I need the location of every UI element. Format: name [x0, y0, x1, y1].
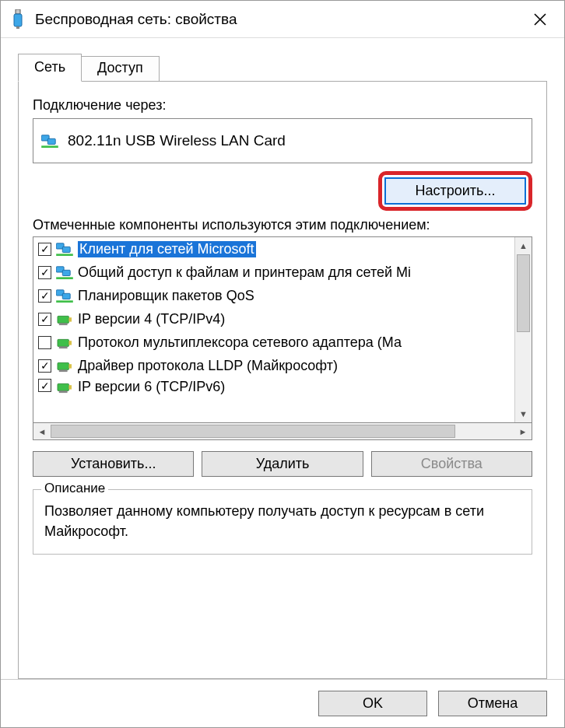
component-label: Общий доступ к файлам и принтерам для се… — [78, 264, 411, 281]
scroll-down-arrow[interactable]: ▼ — [515, 405, 532, 422]
svg-rect-25 — [68, 385, 72, 389]
description-legend: Описание — [41, 481, 108, 496]
uninstall-button[interactable]: Удалить — [202, 451, 363, 477]
hscroll-thumb[interactable] — [51, 425, 455, 438]
configure-row: Настроить... — [33, 171, 532, 211]
service-icon — [56, 288, 73, 303]
component-label: Протокол мультиплексора сетевого адаптер… — [78, 334, 402, 351]
horizontal-scrollbar[interactable]: ◄ ► — [33, 423, 532, 440]
description-group: Описание Позволяет данному компьютеру по… — [33, 489, 532, 555]
svg-rect-1 — [14, 14, 22, 26]
list-item[interactable]: Планировщик пакетов QoS — [33, 284, 514, 307]
svg-rect-4 — [47, 138, 55, 144]
connect-using-label: Подключение через: — [33, 97, 532, 114]
tab-label: Сеть — [34, 59, 65, 75]
protocol-icon — [56, 311, 73, 327]
svg-rect-5 — [41, 145, 58, 148]
component-label: IP версии 4 (TCP/IPv4) — [78, 311, 225, 327]
list-item[interactable]: Протокол мультиплексора сетевого адаптер… — [33, 331, 514, 354]
components-listbox[interactable]: Клиент для сетей MicrosoftОбщий доступ к… — [33, 237, 514, 422]
component-label: Планировщик пакетов QoS — [78, 288, 254, 304]
component-checkbox[interactable] — [38, 243, 51, 256]
scroll-up-arrow[interactable]: ▲ — [515, 237, 532, 254]
component-checkbox[interactable] — [38, 313, 51, 326]
svg-rect-14 — [56, 300, 73, 303]
component-label: Клиент для сетей Microsoft — [78, 241, 256, 257]
dialog-footer: OK Отмена — [1, 679, 564, 727]
tab-network[interactable]: Сеть — [18, 54, 82, 82]
component-label: IP версии 6 (TCP/IPv6) — [78, 379, 225, 394]
ok-button[interactable]: OK — [318, 691, 427, 716]
list-item[interactable]: Драйвер протокола LLDP (Майкрософт) — [33, 354, 514, 377]
svg-rect-10 — [62, 270, 70, 275]
configure-button[interactable]: Настроить... — [384, 177, 526, 205]
component-checkbox[interactable] — [38, 359, 51, 373]
svg-rect-2 — [16, 26, 19, 29]
svg-rect-16 — [68, 317, 72, 321]
service-icon — [56, 241, 73, 257]
component-checkbox[interactable] — [38, 379, 51, 392]
svg-rect-21 — [58, 362, 68, 369]
hscroll-track[interactable] — [51, 423, 514, 439]
component-button-row: Установить... Удалить Свойства — [33, 451, 532, 477]
list-item[interactable]: IP версии 6 (TCP/IPv6) — [33, 377, 514, 394]
component-checkbox[interactable] — [38, 336, 51, 349]
protocol-icon — [56, 334, 73, 350]
list-item[interactable]: Общий доступ к файлам и принтерам для се… — [33, 261, 514, 284]
svg-rect-8 — [56, 254, 73, 256]
tab-label: Доступ — [97, 60, 143, 75]
svg-rect-22 — [68, 364, 72, 368]
service-icon — [56, 264, 73, 280]
component-label: Драйвер протокола LLDP (Майкрософт) — [78, 358, 338, 374]
list-item[interactable]: IP версии 4 (TCP/IPv4) — [33, 307, 514, 331]
protocol-icon — [56, 358, 73, 373]
scroll-left-arrow[interactable]: ◄ — [33, 423, 51, 439]
properties-button: Свойства — [371, 451, 532, 477]
svg-rect-11 — [56, 277, 73, 279]
titlebar: Беспроводная сеть: свойства — [1, 1, 564, 38]
properties-dialog: Беспроводная сеть: свойства Сеть Доступ … — [0, 0, 565, 728]
components-list-container: Клиент для сетей MicrosoftОбщий доступ к… — [33, 236, 532, 423]
close-button[interactable] — [522, 2, 558, 37]
protocol-icon — [56, 379, 73, 394]
tab-panel-network: Подключение через: 802.11n USB Wireless … — [18, 81, 547, 679]
svg-rect-7 — [62, 247, 70, 252]
install-button[interactable]: Установить... — [33, 451, 194, 477]
svg-rect-24 — [58, 383, 68, 390]
usb-adapter-icon — [10, 9, 26, 30]
svg-rect-15 — [58, 316, 68, 323]
scroll-right-arrow[interactable]: ► — [514, 423, 532, 439]
svg-rect-18 — [58, 339, 68, 346]
svg-rect-23 — [59, 369, 68, 372]
configure-highlight: Настроить... — [378, 171, 532, 211]
component-checkbox[interactable] — [38, 289, 51, 303]
svg-rect-26 — [59, 390, 68, 393]
scroll-track[interactable] — [515, 254, 532, 405]
tab-strip: Сеть Доступ — [18, 54, 547, 82]
component-checkbox[interactable] — [38, 266, 51, 279]
svg-rect-0 — [16, 9, 20, 14]
scroll-thumb[interactable] — [517, 254, 530, 332]
window-title: Беспроводная сеть: свойства — [35, 11, 522, 28]
svg-rect-19 — [68, 341, 72, 345]
svg-rect-13 — [62, 293, 70, 299]
svg-rect-17 — [59, 323, 68, 325]
network-adapter-icon — [41, 134, 58, 148]
svg-rect-20 — [59, 346, 68, 348]
client-area: Сеть Доступ Подключение через: 802.11n U… — [1, 38, 564, 679]
description-text: Позволяет данному компьютеру получать до… — [44, 501, 521, 541]
vertical-scrollbar[interactable]: ▲ ▼ — [514, 237, 532, 422]
components-label: Отмеченные компоненты используются этим … — [33, 217, 532, 233]
tab-sharing[interactable]: Доступ — [81, 56, 160, 82]
adapter-box[interactable]: 802.11n USB Wireless LAN Card — [33, 118, 532, 163]
adapter-name: 802.11n USB Wireless LAN Card — [68, 132, 286, 149]
cancel-button[interactable]: Отмена — [438, 691, 547, 716]
list-item[interactable]: Клиент для сетей Microsoft — [33, 237, 514, 261]
